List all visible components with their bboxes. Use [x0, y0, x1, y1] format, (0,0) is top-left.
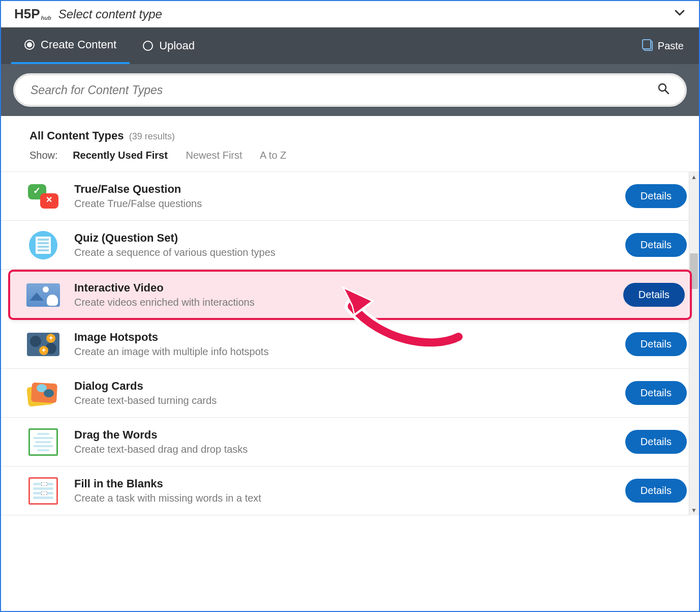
sort-recently-used[interactable]: Recently Used First [73, 150, 168, 161]
tab-label: Create Content [41, 38, 116, 51]
list-item-text: Image Hotspots Create an image with mult… [74, 331, 612, 358]
list-item-text: True/False Question Create True/False qu… [74, 183, 612, 210]
list-item[interactable]: Dialog Cards Create text-based turning c… [1, 369, 699, 418]
sort-newest-first[interactable]: Newest First [186, 150, 242, 161]
list-item-highlighted[interactable]: Interactive Video Create videos enriched… [8, 270, 692, 320]
tab-bar: Create Content Upload Paste [1, 27, 699, 64]
list-item-desc: Create an image with multiple info hotsp… [74, 346, 612, 358]
list-item-desc: Create text-based turning cards [74, 395, 612, 406]
list-item-title: Drag the Words [74, 428, 612, 442]
list-item-text: Quiz (Question Set) Create a sequence of… [74, 231, 612, 258]
list-item-text: Drag the Words Create text-based drag an… [74, 428, 612, 455]
list-item-desc: Create videos enriched with interactions [74, 297, 610, 308]
details-button[interactable]: Details [625, 332, 687, 356]
sort-label: Show: [29, 150, 58, 161]
content-type-icon: ++ [25, 330, 61, 358]
scroll-up-icon[interactable]: ▲ [689, 172, 699, 182]
list-item-title: True/False Question [74, 183, 612, 196]
details-button[interactable]: Details [625, 479, 687, 503]
scroll-down-icon[interactable]: ▼ [689, 505, 699, 515]
content-type-icon [25, 379, 61, 407]
search-bar[interactable] [13, 73, 687, 107]
search-input[interactable] [31, 83, 657, 97]
list-item-title: Dialog Cards [74, 380, 612, 393]
list-item[interactable]: ++ Image Hotspots Create an image with m… [1, 320, 699, 369]
list-item-text: Fill in the Blanks Create a task with mi… [74, 477, 612, 504]
details-button[interactable]: Details [625, 184, 687, 208]
list-item-title: Interactive Video [74, 281, 610, 295]
content-type-icon [25, 231, 61, 259]
list-item-desc: Create a sequence of various question ty… [74, 247, 612, 258]
search-section [1, 64, 699, 116]
search-icon[interactable] [657, 82, 669, 98]
list-item-title: Fill in the Blanks [74, 477, 612, 490]
details-button[interactable]: Details [623, 283, 685, 307]
tab-label: Upload [159, 39, 195, 52]
paste-label: Paste [658, 40, 684, 52]
content-type-icon [25, 182, 61, 210]
content-type-icon [25, 477, 61, 505]
results-header: All Content Types (39 results) Show: Rec… [1, 116, 699, 171]
details-button[interactable]: Details [625, 381, 687, 405]
paste-button[interactable]: Paste [644, 40, 689, 52]
svg-line-1 [665, 90, 668, 94]
scrollbar[interactable]: ▲ ▼ [689, 172, 699, 515]
header-bar: H5P hub Select content type [1, 1, 699, 27]
h5p-logo: H5P hub [14, 6, 51, 22]
tab-upload[interactable]: Upload [130, 27, 208, 64]
collapse-chevron-icon[interactable] [674, 7, 686, 22]
list-item[interactable]: Fill in the Blanks Create a task with mi… [1, 467, 699, 515]
list-item-desc: Create a task with missing words in a te… [74, 492, 612, 504]
content-type-icon [25, 281, 61, 309]
radio-unselected-icon [143, 41, 153, 51]
sort-row: Show: Recently Used First Newest First A… [29, 150, 671, 161]
list-item-title: Image Hotspots [74, 331, 612, 344]
results-heading: All Content Types [29, 129, 124, 142]
paste-icon [644, 41, 653, 51]
results-count: (39 results) [129, 131, 175, 141]
list-item-desc: Create text-based drag and drop tasks [74, 444, 612, 455]
list-item[interactable]: Drag the Words Create text-based drag an… [1, 418, 699, 467]
radio-selected-icon [24, 40, 35, 50]
list-item-desc: Create True/False questions [74, 198, 612, 210]
list-item-text: Dialog Cards Create text-based turning c… [74, 380, 612, 406]
list-item-text: Interactive Video Create videos enriched… [74, 281, 610, 308]
details-button[interactable]: Details [625, 233, 687, 257]
list-item-title: Quiz (Question Set) [74, 231, 612, 245]
sort-a-to-z[interactable]: A to Z [260, 150, 286, 161]
content-type-icon [25, 428, 61, 456]
list-item[interactable]: True/False Question Create True/False qu… [1, 172, 699, 221]
list-item[interactable]: Quiz (Question Set) Create a sequence of… [1, 221, 699, 270]
header-title: Select content type [58, 7, 162, 21]
content-type-list-wrap: True/False Question Create True/False qu… [1, 171, 699, 515]
details-button[interactable]: Details [625, 430, 687, 454]
tab-create-content[interactable]: Create Content [11, 27, 130, 64]
content-type-list: True/False Question Create True/False qu… [1, 171, 699, 515]
